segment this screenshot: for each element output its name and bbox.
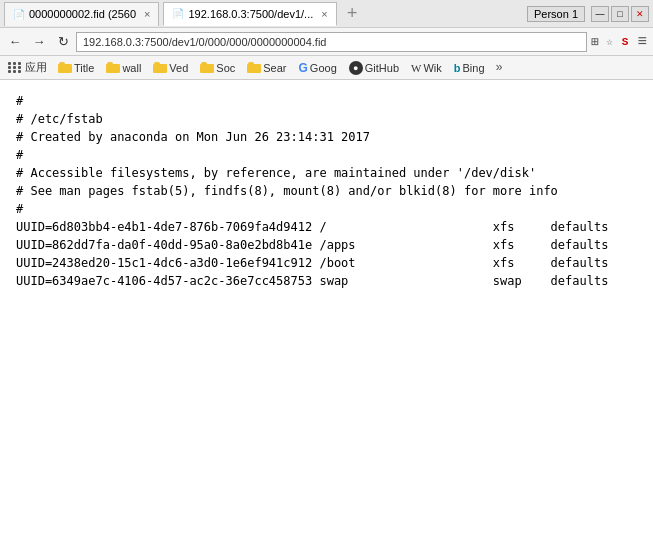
apps-label: 应用	[25, 60, 47, 75]
folder-icon	[247, 62, 261, 73]
person-button[interactable]: Person 1	[527, 6, 585, 22]
folder-icon	[200, 62, 214, 73]
github-icon: ●	[349, 61, 363, 75]
bookmark-ved[interactable]: Ved	[148, 60, 193, 76]
address-bar[interactable]	[76, 32, 587, 52]
apps-grid-icon	[8, 62, 22, 73]
bookmark-bing[interactable]: b Bing	[449, 60, 490, 76]
reload-button[interactable]: ↻	[52, 31, 74, 53]
folder-icon	[58, 62, 72, 73]
new-tab-button[interactable]: +	[341, 4, 364, 24]
close-button[interactable]: ✕	[631, 6, 649, 22]
bookmark-wall[interactable]: wall	[101, 60, 146, 76]
translate-icon[interactable]: ⊞	[589, 32, 601, 52]
apps-shortcut[interactable]: 应用	[4, 58, 51, 77]
file-text: # # /etc/fstab # Created by anaconda on …	[16, 92, 637, 290]
tab-1-close[interactable]: ×	[144, 8, 150, 20]
bookmark-google[interactable]: G Goog	[294, 59, 342, 77]
file-content: # # /etc/fstab # Created by anaconda on …	[0, 80, 653, 542]
tabs-container: 📄 0000000002.fid (2560 × 📄 192.168.0.3:7…	[4, 2, 364, 26]
title-bar: 📄 0000000002.fid (2560 × 📄 192.168.0.3:7…	[0, 0, 653, 28]
window-controls: Person 1 — □ ✕	[527, 6, 649, 22]
folder-icon	[106, 62, 120, 73]
bing-icon: b	[454, 62, 461, 74]
bookmark-wiki[interactable]: W Wik	[406, 60, 447, 76]
menu-icon[interactable]: ≡	[635, 31, 649, 53]
minimize-button[interactable]: —	[591, 6, 609, 22]
bookmark-soc[interactable]: Soc	[195, 60, 240, 76]
bookmark-github[interactable]: ● GitHub	[344, 59, 404, 77]
browser-logo: S	[618, 34, 633, 50]
nav-bar: ← → ↻ ⊞ ☆ S ≡	[0, 28, 653, 56]
bookmark-icon[interactable]: ☆	[604, 33, 615, 50]
tab-2-label: 192.168.0.3:7500/dev1/...	[188, 8, 313, 20]
back-button[interactable]: ←	[4, 31, 26, 53]
nav-icons: ⊞ ☆ S ≡	[589, 31, 649, 53]
bookmarks-more-button[interactable]: »	[494, 59, 505, 77]
maximize-button[interactable]: □	[611, 6, 629, 22]
wiki-icon: W	[411, 62, 421, 74]
bookmark-sear[interactable]: Sear	[242, 60, 291, 76]
bookmarks-bar: 应用 Title wall Ved Soc Sear G Goog ● GitH…	[0, 56, 653, 80]
bookmark-title[interactable]: Title	[53, 60, 99, 76]
folder-icon	[153, 62, 167, 73]
tab-2-close[interactable]: ×	[321, 8, 327, 20]
google-icon: G	[299, 61, 308, 75]
forward-button[interactable]: →	[28, 31, 50, 53]
tab-1-label: 0000000002.fid (2560	[29, 8, 136, 20]
tab-2[interactable]: 📄 192.168.0.3:7500/dev1/... ×	[163, 2, 336, 26]
tab-1[interactable]: 📄 0000000002.fid (2560 ×	[4, 2, 159, 26]
